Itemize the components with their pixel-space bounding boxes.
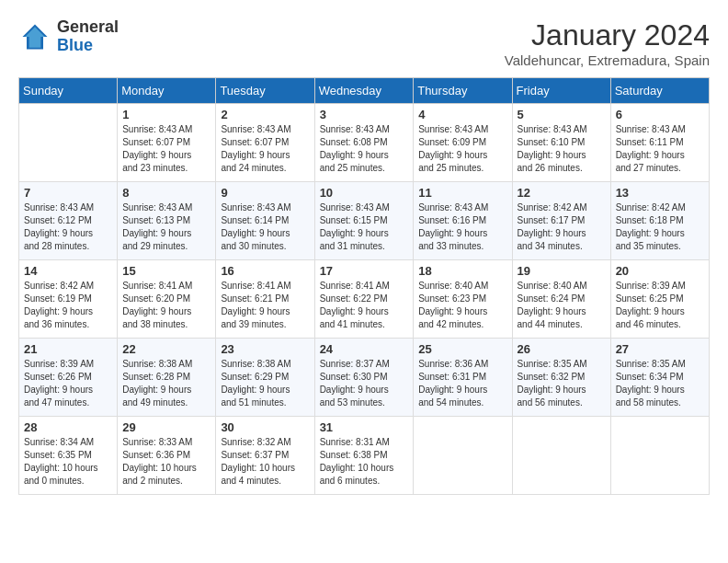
col-tuesday: Tuesday: [216, 78, 314, 104]
logo-general-text: General: [57, 18, 119, 37]
logo-text: General Blue: [57, 18, 119, 55]
day-number: 25: [418, 342, 506, 356]
table-row: 15Sunrise: 8:41 AM Sunset: 6:20 PM Dayli…: [118, 260, 216, 339]
day-info: Sunrise: 8:32 AM Sunset: 6:37 PM Dayligh…: [221, 436, 309, 488]
day-number: 13: [616, 186, 704, 200]
table-row: 16Sunrise: 8:41 AM Sunset: 6:21 PM Dayli…: [216, 260, 314, 339]
day-number: 18: [418, 264, 506, 278]
day-number: 2: [221, 108, 309, 121]
day-number: 5: [518, 108, 606, 121]
calendar-table: Sunday Monday Tuesday Wednesday Thursday…: [18, 77, 710, 495]
table-row: 12Sunrise: 8:42 AM Sunset: 6:17 PM Dayli…: [512, 182, 610, 260]
calendar-header-row: Sunday Monday Tuesday Wednesday Thursday…: [19, 78, 710, 104]
day-number: 21: [24, 342, 112, 356]
day-number: 27: [616, 342, 704, 356]
day-number: 26: [518, 342, 606, 356]
day-info: Sunrise: 8:42 AM Sunset: 6:17 PM Dayligh…: [518, 201, 606, 253]
day-info: Sunrise: 8:34 AM Sunset: 6:35 PM Dayligh…: [24, 436, 112, 488]
day-number: 8: [122, 186, 210, 200]
table-row: [610, 417, 709, 495]
day-info: Sunrise: 8:35 AM Sunset: 6:34 PM Dayligh…: [616, 358, 704, 409]
day-number: 3: [320, 108, 409, 121]
day-number: 29: [122, 420, 210, 434]
day-number: 9: [221, 186, 309, 200]
day-info: Sunrise: 8:43 AM Sunset: 6:07 PM Dayligh…: [122, 123, 210, 175]
location-subtitle: Valdehuncar, Extremadura, Spain: [505, 52, 710, 68]
day-number: 4: [418, 108, 506, 121]
table-row: 29Sunrise: 8:33 AM Sunset: 6:36 PM Dayli…: [118, 417, 216, 495]
page-header: General Blue January 2024 Valdehuncar, E…: [18, 18, 710, 68]
day-info: Sunrise: 8:43 AM Sunset: 6:11 PM Dayligh…: [616, 123, 704, 175]
day-info: Sunrise: 8:38 AM Sunset: 6:28 PM Dayligh…: [122, 358, 210, 409]
table-row: 20Sunrise: 8:39 AM Sunset: 6:25 PM Dayli…: [610, 260, 709, 339]
day-info: Sunrise: 8:39 AM Sunset: 6:25 PM Dayligh…: [616, 280, 704, 331]
day-info: Sunrise: 8:41 AM Sunset: 6:21 PM Dayligh…: [221, 280, 309, 331]
col-friday: Friday: [512, 78, 610, 104]
calendar-week-row: 7Sunrise: 8:43 AM Sunset: 6:12 PM Daylig…: [19, 182, 710, 260]
day-info: Sunrise: 8:39 AM Sunset: 6:26 PM Dayligh…: [24, 358, 112, 409]
day-info: Sunrise: 8:40 AM Sunset: 6:23 PM Dayligh…: [418, 280, 506, 331]
calendar-week-row: 28Sunrise: 8:34 AM Sunset: 6:35 PM Dayli…: [19, 417, 710, 495]
table-row: 4Sunrise: 8:43 AM Sunset: 6:09 PM Daylig…: [414, 104, 512, 182]
table-row: 26Sunrise: 8:35 AM Sunset: 6:32 PM Dayli…: [512, 339, 610, 417]
title-section: January 2024 Valdehuncar, Extremadura, S…: [505, 18, 710, 68]
day-number: 6: [616, 108, 704, 121]
day-info: Sunrise: 8:38 AM Sunset: 6:29 PM Dayligh…: [221, 358, 309, 409]
calendar-week-row: 21Sunrise: 8:39 AM Sunset: 6:26 PM Dayli…: [19, 339, 710, 417]
day-number: 20: [616, 264, 704, 278]
table-row: 23Sunrise: 8:38 AM Sunset: 6:29 PM Dayli…: [216, 339, 314, 417]
col-saturday: Saturday: [610, 78, 709, 104]
col-monday: Monday: [118, 78, 216, 104]
table-row: 25Sunrise: 8:36 AM Sunset: 6:31 PM Dayli…: [414, 339, 512, 417]
day-info: Sunrise: 8:43 AM Sunset: 6:09 PM Dayligh…: [418, 123, 506, 175]
table-row: 17Sunrise: 8:41 AM Sunset: 6:22 PM Dayli…: [314, 260, 414, 339]
day-number: 14: [24, 264, 112, 278]
day-number: 12: [518, 186, 606, 200]
day-info: Sunrise: 8:43 AM Sunset: 6:16 PM Dayligh…: [418, 201, 506, 253]
table-row: 19Sunrise: 8:40 AM Sunset: 6:24 PM Dayli…: [512, 260, 610, 339]
logo: General Blue: [18, 18, 119, 55]
table-row: [19, 104, 118, 182]
day-number: 24: [320, 342, 409, 356]
day-number: 16: [221, 264, 309, 278]
day-number: 11: [418, 186, 506, 200]
table-row: 1Sunrise: 8:43 AM Sunset: 6:07 PM Daylig…: [118, 104, 216, 182]
day-number: 17: [320, 264, 409, 278]
day-info: Sunrise: 8:37 AM Sunset: 6:30 PM Dayligh…: [320, 358, 409, 409]
day-info: Sunrise: 8:43 AM Sunset: 6:12 PM Dayligh…: [24, 201, 112, 253]
table-row: 14Sunrise: 8:42 AM Sunset: 6:19 PM Dayli…: [19, 260, 118, 339]
day-number: 19: [518, 264, 606, 278]
table-row: 10Sunrise: 8:43 AM Sunset: 6:15 PM Dayli…: [314, 182, 414, 260]
day-info: Sunrise: 8:41 AM Sunset: 6:20 PM Dayligh…: [122, 280, 210, 331]
table-row: [512, 417, 610, 495]
day-info: Sunrise: 8:43 AM Sunset: 6:13 PM Dayligh…: [122, 201, 210, 253]
day-number: 23: [221, 342, 309, 356]
day-number: 30: [221, 420, 309, 434]
table-row: 9Sunrise: 8:43 AM Sunset: 6:14 PM Daylig…: [216, 182, 314, 260]
day-info: Sunrise: 8:40 AM Sunset: 6:24 PM Dayligh…: [518, 280, 606, 331]
table-row: 30Sunrise: 8:32 AM Sunset: 6:37 PM Dayli…: [216, 417, 314, 495]
day-info: Sunrise: 8:42 AM Sunset: 6:18 PM Dayligh…: [616, 201, 704, 253]
table-row: 31Sunrise: 8:31 AM Sunset: 6:38 PM Dayli…: [314, 417, 414, 495]
calendar-week-row: 1Sunrise: 8:43 AM Sunset: 6:07 PM Daylig…: [19, 104, 710, 182]
table-row: 6Sunrise: 8:43 AM Sunset: 6:11 PM Daylig…: [610, 104, 709, 182]
day-number: 7: [24, 186, 112, 200]
day-info: Sunrise: 8:35 AM Sunset: 6:32 PM Dayligh…: [518, 358, 606, 409]
table-row: 24Sunrise: 8:37 AM Sunset: 6:30 PM Dayli…: [314, 339, 414, 417]
table-row: 7Sunrise: 8:43 AM Sunset: 6:12 PM Daylig…: [19, 182, 118, 260]
day-number: 1: [122, 108, 210, 121]
calendar-week-row: 14Sunrise: 8:42 AM Sunset: 6:19 PM Dayli…: [19, 260, 710, 339]
col-thursday: Thursday: [414, 78, 512, 104]
table-row: 27Sunrise: 8:35 AM Sunset: 6:34 PM Dayli…: [610, 339, 709, 417]
month-title: January 2024: [505, 18, 710, 52]
day-number: 22: [122, 342, 210, 356]
day-number: 28: [24, 420, 112, 434]
day-info: Sunrise: 8:43 AM Sunset: 6:07 PM Dayligh…: [221, 123, 309, 175]
col-wednesday: Wednesday: [314, 78, 414, 104]
table-row: 5Sunrise: 8:43 AM Sunset: 6:10 PM Daylig…: [512, 104, 610, 182]
col-sunday: Sunday: [19, 78, 118, 104]
table-row: 11Sunrise: 8:43 AM Sunset: 6:16 PM Dayli…: [414, 182, 512, 260]
day-info: Sunrise: 8:42 AM Sunset: 6:19 PM Dayligh…: [24, 280, 112, 331]
table-row: 2Sunrise: 8:43 AM Sunset: 6:07 PM Daylig…: [216, 104, 314, 182]
day-number: 15: [122, 264, 210, 278]
